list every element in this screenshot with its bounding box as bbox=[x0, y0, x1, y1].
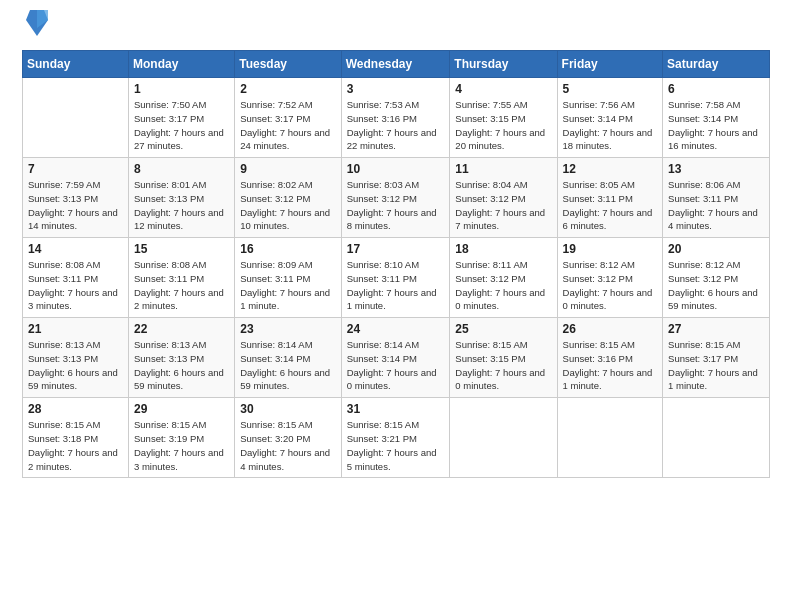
day-cell: 23Sunrise: 8:14 AM Sunset: 3:14 PM Dayli… bbox=[235, 318, 342, 398]
day-cell: 5Sunrise: 7:56 AM Sunset: 3:14 PM Daylig… bbox=[557, 78, 662, 158]
day-number: 17 bbox=[347, 242, 445, 256]
week-row-3: 14Sunrise: 8:08 AM Sunset: 3:11 PM Dayli… bbox=[23, 238, 770, 318]
day-number: 2 bbox=[240, 82, 336, 96]
day-number: 12 bbox=[563, 162, 657, 176]
day-cell: 26Sunrise: 8:15 AM Sunset: 3:16 PM Dayli… bbox=[557, 318, 662, 398]
day-cell: 9Sunrise: 8:02 AM Sunset: 3:12 PM Daylig… bbox=[235, 158, 342, 238]
day-info: Sunrise: 7:59 AM Sunset: 3:13 PM Dayligh… bbox=[28, 178, 123, 233]
day-info: Sunrise: 8:06 AM Sunset: 3:11 PM Dayligh… bbox=[668, 178, 764, 233]
day-number: 3 bbox=[347, 82, 445, 96]
header bbox=[22, 18, 770, 40]
day-info: Sunrise: 8:02 AM Sunset: 3:12 PM Dayligh… bbox=[240, 178, 336, 233]
day-info: Sunrise: 8:01 AM Sunset: 3:13 PM Dayligh… bbox=[134, 178, 229, 233]
day-info: Sunrise: 8:13 AM Sunset: 3:13 PM Dayligh… bbox=[28, 338, 123, 393]
day-number: 31 bbox=[347, 402, 445, 416]
day-number: 21 bbox=[28, 322, 123, 336]
day-info: Sunrise: 7:53 AM Sunset: 3:16 PM Dayligh… bbox=[347, 98, 445, 153]
day-number: 18 bbox=[455, 242, 551, 256]
day-info: Sunrise: 8:05 AM Sunset: 3:11 PM Dayligh… bbox=[563, 178, 657, 233]
day-number: 4 bbox=[455, 82, 551, 96]
day-info: Sunrise: 7:55 AM Sunset: 3:15 PM Dayligh… bbox=[455, 98, 551, 153]
day-cell: 7Sunrise: 7:59 AM Sunset: 3:13 PM Daylig… bbox=[23, 158, 129, 238]
week-row-1: 1Sunrise: 7:50 AM Sunset: 3:17 PM Daylig… bbox=[23, 78, 770, 158]
day-number: 30 bbox=[240, 402, 336, 416]
day-info: Sunrise: 8:15 AM Sunset: 3:15 PM Dayligh… bbox=[455, 338, 551, 393]
day-number: 11 bbox=[455, 162, 551, 176]
calendar-table: SundayMondayTuesdayWednesdayThursdayFrid… bbox=[22, 50, 770, 478]
day-cell: 14Sunrise: 8:08 AM Sunset: 3:11 PM Dayli… bbox=[23, 238, 129, 318]
day-cell: 6Sunrise: 7:58 AM Sunset: 3:14 PM Daylig… bbox=[663, 78, 770, 158]
day-cell: 2Sunrise: 7:52 AM Sunset: 3:17 PM Daylig… bbox=[235, 78, 342, 158]
day-cell bbox=[557, 398, 662, 478]
day-info: Sunrise: 8:15 AM Sunset: 3:21 PM Dayligh… bbox=[347, 418, 445, 473]
day-number: 10 bbox=[347, 162, 445, 176]
day-cell: 8Sunrise: 8:01 AM Sunset: 3:13 PM Daylig… bbox=[128, 158, 234, 238]
day-info: Sunrise: 8:10 AM Sunset: 3:11 PM Dayligh… bbox=[347, 258, 445, 313]
header-sunday: Sunday bbox=[23, 51, 129, 78]
header-saturday: Saturday bbox=[663, 51, 770, 78]
day-cell bbox=[663, 398, 770, 478]
day-number: 6 bbox=[668, 82, 764, 96]
day-number: 20 bbox=[668, 242, 764, 256]
day-info: Sunrise: 8:15 AM Sunset: 3:17 PM Dayligh… bbox=[668, 338, 764, 393]
day-info: Sunrise: 8:08 AM Sunset: 3:11 PM Dayligh… bbox=[28, 258, 123, 313]
day-number: 8 bbox=[134, 162, 229, 176]
day-cell: 16Sunrise: 8:09 AM Sunset: 3:11 PM Dayli… bbox=[235, 238, 342, 318]
day-cell: 3Sunrise: 7:53 AM Sunset: 3:16 PM Daylig… bbox=[341, 78, 450, 158]
day-number: 24 bbox=[347, 322, 445, 336]
day-cell bbox=[450, 398, 557, 478]
day-info: Sunrise: 8:12 AM Sunset: 3:12 PM Dayligh… bbox=[668, 258, 764, 313]
day-number: 1 bbox=[134, 82, 229, 96]
day-cell bbox=[23, 78, 129, 158]
day-cell: 21Sunrise: 8:13 AM Sunset: 3:13 PM Dayli… bbox=[23, 318, 129, 398]
day-info: Sunrise: 8:08 AM Sunset: 3:11 PM Dayligh… bbox=[134, 258, 229, 313]
day-cell: 24Sunrise: 8:14 AM Sunset: 3:14 PM Dayli… bbox=[341, 318, 450, 398]
day-cell: 27Sunrise: 8:15 AM Sunset: 3:17 PM Dayli… bbox=[663, 318, 770, 398]
day-cell: 22Sunrise: 8:13 AM Sunset: 3:13 PM Dayli… bbox=[128, 318, 234, 398]
day-info: Sunrise: 8:03 AM Sunset: 3:12 PM Dayligh… bbox=[347, 178, 445, 233]
day-info: Sunrise: 8:09 AM Sunset: 3:11 PM Dayligh… bbox=[240, 258, 336, 313]
day-number: 29 bbox=[134, 402, 229, 416]
day-cell: 25Sunrise: 8:15 AM Sunset: 3:15 PM Dayli… bbox=[450, 318, 557, 398]
day-info: Sunrise: 8:15 AM Sunset: 3:20 PM Dayligh… bbox=[240, 418, 336, 473]
day-cell: 19Sunrise: 8:12 AM Sunset: 3:12 PM Dayli… bbox=[557, 238, 662, 318]
day-info: Sunrise: 8:15 AM Sunset: 3:18 PM Dayligh… bbox=[28, 418, 123, 473]
day-number: 15 bbox=[134, 242, 229, 256]
day-number: 23 bbox=[240, 322, 336, 336]
day-number: 22 bbox=[134, 322, 229, 336]
day-cell: 15Sunrise: 8:08 AM Sunset: 3:11 PM Dayli… bbox=[128, 238, 234, 318]
header-tuesday: Tuesday bbox=[235, 51, 342, 78]
header-thursday: Thursday bbox=[450, 51, 557, 78]
week-row-4: 21Sunrise: 8:13 AM Sunset: 3:13 PM Dayli… bbox=[23, 318, 770, 398]
day-info: Sunrise: 8:04 AM Sunset: 3:12 PM Dayligh… bbox=[455, 178, 551, 233]
day-cell: 28Sunrise: 8:15 AM Sunset: 3:18 PM Dayli… bbox=[23, 398, 129, 478]
day-info: Sunrise: 7:58 AM Sunset: 3:14 PM Dayligh… bbox=[668, 98, 764, 153]
day-cell: 4Sunrise: 7:55 AM Sunset: 3:15 PM Daylig… bbox=[450, 78, 557, 158]
day-cell: 29Sunrise: 8:15 AM Sunset: 3:19 PM Dayli… bbox=[128, 398, 234, 478]
week-row-5: 28Sunrise: 8:15 AM Sunset: 3:18 PM Dayli… bbox=[23, 398, 770, 478]
day-number: 25 bbox=[455, 322, 551, 336]
day-info: Sunrise: 8:14 AM Sunset: 3:14 PM Dayligh… bbox=[347, 338, 445, 393]
day-info: Sunrise: 7:50 AM Sunset: 3:17 PM Dayligh… bbox=[134, 98, 229, 153]
day-number: 13 bbox=[668, 162, 764, 176]
day-number: 14 bbox=[28, 242, 123, 256]
day-cell: 30Sunrise: 8:15 AM Sunset: 3:20 PM Dayli… bbox=[235, 398, 342, 478]
day-cell: 31Sunrise: 8:15 AM Sunset: 3:21 PM Dayli… bbox=[341, 398, 450, 478]
day-info: Sunrise: 7:56 AM Sunset: 3:14 PM Dayligh… bbox=[563, 98, 657, 153]
logo bbox=[22, 18, 48, 40]
day-number: 26 bbox=[563, 322, 657, 336]
day-number: 16 bbox=[240, 242, 336, 256]
logo-icon bbox=[26, 10, 48, 40]
day-cell: 11Sunrise: 8:04 AM Sunset: 3:12 PM Dayli… bbox=[450, 158, 557, 238]
header-monday: Monday bbox=[128, 51, 234, 78]
day-info: Sunrise: 8:11 AM Sunset: 3:12 PM Dayligh… bbox=[455, 258, 551, 313]
day-info: Sunrise: 8:13 AM Sunset: 3:13 PM Dayligh… bbox=[134, 338, 229, 393]
day-number: 5 bbox=[563, 82, 657, 96]
day-number: 27 bbox=[668, 322, 764, 336]
day-info: Sunrise: 8:15 AM Sunset: 3:16 PM Dayligh… bbox=[563, 338, 657, 393]
day-number: 9 bbox=[240, 162, 336, 176]
day-cell: 1Sunrise: 7:50 AM Sunset: 3:17 PM Daylig… bbox=[128, 78, 234, 158]
day-number: 19 bbox=[563, 242, 657, 256]
day-info: Sunrise: 8:15 AM Sunset: 3:19 PM Dayligh… bbox=[134, 418, 229, 473]
day-cell: 20Sunrise: 8:12 AM Sunset: 3:12 PM Dayli… bbox=[663, 238, 770, 318]
